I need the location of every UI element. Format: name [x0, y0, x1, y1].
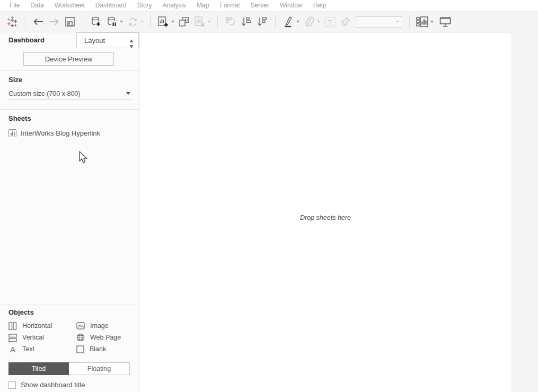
toolbar-separator [83, 15, 83, 29]
text-icon: A [8, 345, 17, 353]
menu-server[interactable]: Server [245, 0, 275, 11]
size-dropdown-value: Custom size (700 x 800) [8, 90, 80, 97]
fit-selector-caret [396, 21, 399, 23]
toolbar-separator [217, 15, 218, 29]
sort-descending-icon[interactable] [255, 14, 269, 29]
duplicate-sheet-icon[interactable] [177, 14, 191, 29]
toolbar-separator [25, 15, 25, 29]
section-divider [0, 70, 139, 71]
globe-icon [76, 333, 85, 342]
run-update-dropdown-caret [140, 21, 144, 23]
menu-dashboard[interactable]: Dashboard [90, 0, 132, 11]
blank-icon [76, 345, 84, 353]
toolbar-separator [150, 15, 151, 29]
objects-heading: Objects [8, 308, 34, 316]
highlight-dropdown-caret[interactable] [296, 21, 299, 23]
presentation-mode-icon[interactable] [438, 14, 452, 29]
objects-grid: Horizontal Image Vertical Web Page A Tex… [8, 320, 131, 355]
object-vertical[interactable]: Vertical [8, 332, 76, 343]
menu-analysis[interactable]: Analysis [157, 0, 192, 11]
object-label: Vertical [22, 334, 44, 341]
object-label: Blank [90, 345, 106, 353]
pin-icon [339, 14, 352, 29]
size-dropdown[interactable]: Custom size (700 x 800) [8, 87, 131, 100]
tab-dashboard[interactable]: Dashboard [8, 36, 45, 44]
toolbar-separator [409, 15, 410, 29]
toolbar-separator [275, 15, 276, 29]
show-title-checkbox[interactable] [8, 381, 16, 389]
tab-layout[interactable]: Layout ▲▼ [76, 32, 139, 48]
swap-rows-columns-icon [224, 14, 237, 29]
object-image[interactable]: Image [76, 320, 131, 332]
auto-updates-dropdown-caret[interactable] [120, 21, 123, 23]
text-label-icon: T [323, 14, 337, 29]
sheets-heading: Sheets [8, 114, 31, 122]
paperclip-icon [302, 14, 316, 29]
tab-layout-label: Layout [84, 37, 105, 44]
pane-tabs: Dashboard Layout ▲▼ [0, 32, 139, 48]
paperclip-dropdown-caret [317, 21, 320, 23]
sheet-chart-icon [8, 129, 16, 137]
svg-text:A: A [10, 345, 15, 353]
svg-text:T: T [328, 19, 332, 26]
menu-help[interactable]: Help [308, 0, 332, 11]
object-horizontal[interactable]: Horizontal [8, 320, 76, 332]
sheet-list-item[interactable]: InterWorks Blog Hyperlink [8, 129, 100, 137]
run-update-icon [126, 14, 139, 29]
menu-bar: File Data Worksheet Dashboard Story Anal… [0, 0, 538, 12]
object-web-page[interactable]: Web Page [76, 332, 131, 343]
redo-icon [47, 14, 61, 29]
mouse-cursor [77, 151, 89, 165]
sheet-label: InterWorks Blog Hyperlink [21, 129, 100, 137]
new-data-source-icon[interactable] [89, 14, 103, 29]
show-me-icon[interactable] [416, 14, 429, 29]
tableau-logo-icon[interactable] [5, 14, 19, 29]
show-dashboard-title-row: Show dashboard title [8, 381, 85, 389]
toolbar: T [0, 12, 538, 32]
device-preview-button[interactable]: Device Preview [23, 52, 114, 66]
new-sheet-dropdown-caret[interactable] [171, 21, 174, 23]
menu-worksheet[interactable]: Worksheet [49, 0, 90, 11]
highlight-icon[interactable] [281, 14, 295, 29]
save-icon[interactable] [63, 14, 77, 29]
new-worksheet-icon[interactable] [156, 14, 170, 29]
horizontal-container-icon [8, 322, 17, 330]
dashboard-canvas[interactable]: Drop sheets here [140, 33, 511, 392]
object-label: Horizontal [22, 322, 52, 329]
menu-data[interactable]: Data [25, 0, 49, 11]
fit-selector-combobox [356, 16, 402, 28]
tiled-button[interactable]: Tiled [8, 362, 69, 375]
tab-spinner-icon: ▲▼ [129, 38, 134, 49]
clear-sheet-dropdown-caret [208, 21, 211, 23]
sort-ascending-icon[interactable] [240, 14, 253, 29]
section-divider [0, 109, 139, 110]
image-icon [76, 322, 85, 329]
chevron-down-icon [126, 92, 130, 95]
object-text[interactable]: A Text [8, 343, 76, 355]
menu-window[interactable]: Window [275, 0, 308, 11]
clear-sheet-icon [193, 14, 207, 29]
show-me-dropdown-caret[interactable] [430, 21, 434, 23]
vertical-container-icon [8, 334, 17, 342]
layout-mode-toggle: Tiled Floating [8, 362, 130, 375]
object-blank[interactable]: Blank [76, 343, 131, 355]
object-label: Text [22, 345, 34, 353]
drop-sheets-placeholder: Drop sheets here [140, 214, 511, 221]
workspace-background: Drop sheets here [140, 32, 538, 392]
undo-icon[interactable] [31, 14, 45, 29]
menu-format[interactable]: Format [215, 0, 245, 11]
floating-button[interactable]: Floating [69, 362, 130, 375]
object-label: Image [90, 322, 109, 329]
dashboard-pane: Dashboard Layout ▲▼ Device Preview Size … [0, 32, 139, 392]
section-divider [0, 305, 139, 305]
menu-story[interactable]: Story [132, 0, 157, 11]
menu-map[interactable]: Map [191, 0, 214, 11]
size-heading: Size [8, 76, 22, 84]
menu-file[interactable]: File [4, 0, 25, 11]
object-label: Web Page [90, 334, 121, 341]
show-title-label: Show dashboard title [21, 381, 85, 389]
pause-auto-updates-icon[interactable] [105, 14, 119, 29]
